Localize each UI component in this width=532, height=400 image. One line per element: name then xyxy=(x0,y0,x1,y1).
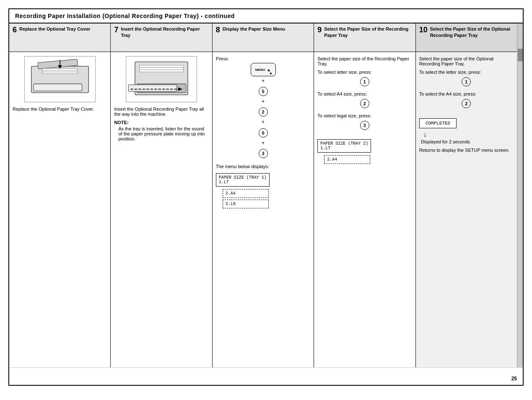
diagram-7 xyxy=(126,56,197,102)
column-7: 7 Insert the Optional Recording Paper Tr… xyxy=(111,23,212,367)
paper-size-tray2-box: PAPER SIZE (TRAY 2)1.LT xyxy=(317,139,371,153)
svg-rect-5 xyxy=(42,70,78,72)
col9-title: Select the Paper Size of the Recording P… xyxy=(324,26,412,39)
menu-icon: MENU ▲ xyxy=(251,63,276,76)
col9-a4-label: To select A4 size, press: xyxy=(317,91,412,96)
column-8: 8 Display the Paper Size Menu Press: MEN… xyxy=(213,23,314,367)
page-title: Recording Paper Installation (Optional R… xyxy=(9,9,523,23)
column-10: 10 Select the Paper Size of the Optional… xyxy=(416,23,517,367)
col8-header: 8 Display the Paper Size Menu xyxy=(213,23,314,52)
insert-tray-diagram xyxy=(126,57,197,101)
svg-rect-12 xyxy=(140,65,184,67)
col8-below-label: The menu below displays: xyxy=(216,164,310,169)
col10-header: 10 Select the Paper Size of the Optional… xyxy=(416,23,517,52)
col8-menu-box: PAPER SIZE (TRAY 1)1.LT 2.A4 3.LG xyxy=(216,171,310,209)
svg-rect-13 xyxy=(140,68,184,70)
up-arrow-icon: ▲ xyxy=(267,68,271,72)
col10-a4-label: To select the A4 size, press: xyxy=(419,91,514,96)
paper-size-tray1-box: PAPER SIZE (TRAY 1)1.LT xyxy=(216,173,270,187)
col8-dashed-item2: 3.LG xyxy=(223,200,269,208)
column-6: 6 Replace the Optional Tray Cover xyxy=(9,23,111,367)
col10-displayed-label: Displayed for 2 seconds xyxy=(419,139,514,144)
col6-header: 6 Replace the Optional Tray Cover xyxy=(9,23,110,52)
col10-completed-area: COMPLETED ↓ Displayed for 2 seconds Retu… xyxy=(419,116,514,153)
svg-rect-4 xyxy=(42,68,78,70)
col10-returns-label: Returns to display the SETUP menu screen… xyxy=(419,148,514,153)
plus4: + xyxy=(216,139,310,147)
num0-circle: 0 xyxy=(216,127,310,139)
col8-dashed-container: 2.A4 3.LG xyxy=(219,188,310,209)
col7-note-title: NOTE: xyxy=(114,120,208,125)
scrollbar-thumb[interactable] xyxy=(518,49,523,61)
col9-legal-label: To select legal size, press: xyxy=(317,113,412,118)
arrow-down-icon: ↓ xyxy=(419,130,514,139)
col6-num: 6 xyxy=(13,26,17,34)
col8-num: 8 xyxy=(216,26,220,34)
col6-body: Replace the Optional Paper Tray Cover. xyxy=(9,52,110,367)
col10-title: Select the Paper Size of the Optional Re… xyxy=(430,26,514,39)
col10-body: Select the paper size of the Optional Re… xyxy=(416,52,517,367)
col6-desc: Replace the Optional Paper Tray Cover. xyxy=(13,106,107,112)
col9-dashed-container: 2.A4 xyxy=(321,154,412,165)
col9-header: 9 Select the Paper Size of the Recording… xyxy=(314,23,415,52)
col9-menu-container: PAPER SIZE (TRAY 2)1.LT 2.A4 xyxy=(317,137,412,165)
col8-body: Press: MENU ▲ + 5 + 2 + 0 xyxy=(213,52,314,367)
col7-header: 7 Insert the Optional Recording Paper Tr… xyxy=(111,23,212,52)
num3-circle: 3 xyxy=(216,147,310,160)
col8-title: Display the Paper Size Menu xyxy=(223,26,285,32)
col8-dashed-item1: 2.A4 xyxy=(223,189,269,198)
col7-title: Insert the Optional Recording Paper Tray xyxy=(121,26,208,39)
col10-letter-label: To select the letter size, press: xyxy=(419,70,514,75)
scrollbar[interactable] xyxy=(517,23,523,367)
columns-row: 6 Replace the Optional Tray Cover xyxy=(9,23,523,368)
col7-num: 7 xyxy=(114,26,118,34)
svg-rect-6 xyxy=(42,72,78,73)
menu-label: MENU xyxy=(255,68,265,72)
col9-letter-label: To select letter size, press: xyxy=(317,70,412,75)
svg-rect-1 xyxy=(34,84,82,91)
plus3: + xyxy=(216,118,310,126)
completed-box: COMPLETED xyxy=(419,118,457,128)
tray-cover-diagram xyxy=(25,57,95,101)
svg-rect-9 xyxy=(128,85,177,91)
col7-intro: Insert the Optional Recording Paper Tray… xyxy=(114,106,208,117)
col10-num: 10 xyxy=(419,26,428,34)
num5-circle: 5 xyxy=(216,85,310,98)
col9-num: 9 xyxy=(317,26,322,34)
col9-dashed-item: 2.A4 xyxy=(324,155,370,164)
col6-title: Replace the Optional Tray Cover xyxy=(19,26,90,32)
plus1: + xyxy=(216,77,310,85)
col10-letter-num: 1 xyxy=(419,75,514,88)
num2-circle: 2 xyxy=(216,106,310,118)
col10-a4-num: 2 xyxy=(419,97,514,110)
col9-body: Select the paper size of the Recording P… xyxy=(314,52,415,367)
column-9: 9 Select the Paper Size of the Recording… xyxy=(314,23,415,367)
page-container: Recording Paper Installation (Optional R… xyxy=(8,8,524,386)
col9-a4-num: 2 xyxy=(317,97,412,110)
plus2: + xyxy=(216,98,310,106)
col9-legal-num: 3 xyxy=(317,119,412,132)
col7-body: Insert the Optional Recording Paper Tray… xyxy=(111,52,212,367)
col9-letter-num: 1 xyxy=(317,75,412,88)
diagram-6 xyxy=(24,56,96,102)
col10-intro: Select the paper size of the Optional Re… xyxy=(419,56,514,66)
page-number: 25 xyxy=(511,376,517,382)
menu-button-area: MENU ▲ xyxy=(216,63,310,76)
col8-press-label: Press: xyxy=(216,56,310,61)
col9-intro: Select the paper size of the Recording P… xyxy=(317,56,412,66)
svg-rect-14 xyxy=(140,70,184,72)
col7-note-text: As the tray is inserted, listen for the … xyxy=(114,126,208,141)
